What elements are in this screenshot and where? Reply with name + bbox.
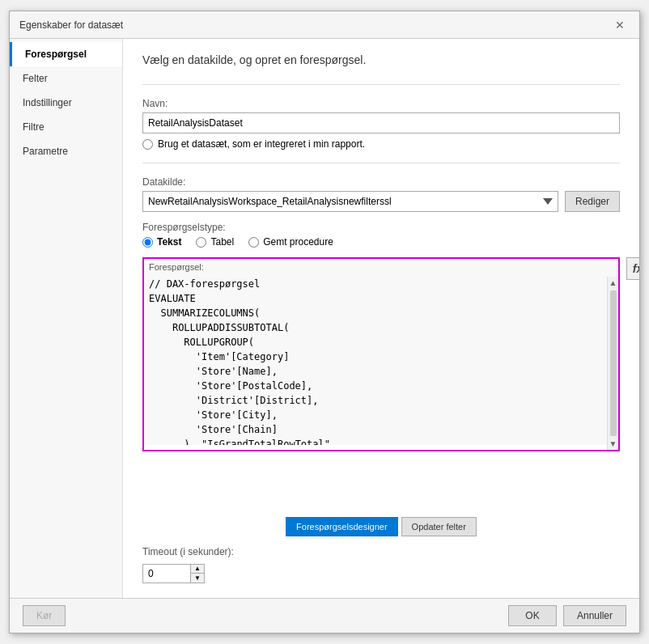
scroll-down-arrow[interactable]: ▼ (608, 438, 619, 450)
update-fields-button[interactable]: Opdater felter (401, 517, 477, 536)
radio-integrated-input[interactable] (142, 139, 153, 150)
sidebar: Forespørgsel Felter Indstillinger Filtre… (10, 39, 123, 598)
separator-2 (142, 163, 620, 163)
sidebar-item-felter[interactable]: Felter (10, 66, 122, 91)
radio-integrated: Brug et datasæt, som er integreret i min… (142, 138, 620, 150)
scroll-thumb[interactable] (610, 290, 617, 436)
edit-datasource-button[interactable]: Rediger (565, 191, 620, 212)
dialog-body: Forespørgsel Felter Indstillinger Filtre… (10, 39, 639, 598)
dialog-titlebar: Egenskaber for datasæt ✕ (10, 11, 639, 39)
dataset-properties-dialog: Egenskaber for datasæt ✕ Forespørgsel Fe… (9, 11, 640, 633)
query-type-gemt[interactable]: Gemt procedure (248, 236, 333, 248)
datasource-section: Datakilde: NewRetailAnalysisWorkspace_Re… (142, 176, 620, 212)
sidebar-item-indstillinger[interactable]: Indstillinger (10, 91, 122, 115)
radio-integrated-label: Brug et datasæt, som er integreret i min… (158, 138, 365, 150)
radio-gemt[interactable] (248, 237, 259, 248)
query-type-tekst[interactable]: Tekst (142, 236, 181, 248)
query-actions: Forespørgselsdesigner Opdater felter (142, 517, 620, 536)
close-button[interactable]: ✕ (610, 18, 630, 32)
fx-button[interactable]: fx (626, 257, 639, 280)
query-editor-textarea[interactable]: // DAX-forespørgsel EVALUATE SUMMARIZECO… (144, 259, 618, 445)
section-title: Vælg en datakilde, og opret en forespørg… (142, 53, 620, 66)
main-content: Vælg en datakilde, og opret en forespørg… (123, 39, 639, 598)
cancel-button[interactable]: Annuller (563, 605, 626, 626)
dialog-title: Egenskaber for datasæt (19, 19, 123, 31)
scrollbar[interactable]: ▲ ▼ (607, 277, 618, 450)
sidebar-item-forespørgsel[interactable]: Forespørgsel (10, 42, 122, 66)
scroll-up-arrow[interactable]: ▲ (608, 277, 619, 289)
radio-tabel[interactable] (196, 237, 206, 248)
query-editor-container: Forespørgsel: // DAX-forespørgsel EVALUA… (142, 257, 620, 509)
datasource-row: NewRetailAnalysisWorkspace_RetailAnalysi… (142, 191, 620, 212)
timeout-section: Timeout (i sekunder): ▲ ▼ (142, 546, 620, 583)
query-type-label: Forespørgselstype: (142, 222, 620, 233)
query-type-tabel[interactable]: Tabel (196, 236, 234, 248)
query-type-row: Tekst Tabel Gemt procedure (142, 236, 620, 248)
query-designer-button[interactable]: Forespørgselsdesigner (286, 517, 398, 536)
name-label: Navn: (142, 98, 620, 109)
name-input[interactable] (142, 112, 620, 133)
separator-1 (142, 84, 620, 85)
timeout-label: Timeout (i sekunder): (142, 546, 620, 557)
timeout-spinner: ▲ ▼ (191, 564, 205, 583)
footer-left-buttons: Kør (23, 605, 502, 626)
sidebar-item-parametre[interactable]: Parametre (10, 139, 122, 163)
run-button[interactable]: Kør (23, 605, 66, 626)
timeout-input[interactable] (142, 564, 191, 583)
sidebar-item-filtre[interactable]: Filtre (10, 115, 122, 139)
query-type-section: Forespørgselstype: Tekst Tabel Gemt proc… (142, 222, 620, 248)
radio-tekst[interactable] (142, 237, 153, 248)
ok-button[interactable]: OK (508, 605, 557, 626)
name-section: Navn: Brug et datasæt, som er integreret… (142, 98, 620, 150)
spinner-up-button[interactable]: ▲ (191, 565, 204, 574)
timeout-input-row: ▲ ▼ (142, 564, 620, 583)
datasource-label: Datakilde: (142, 176, 620, 188)
datasource-select[interactable]: NewRetailAnalysisWorkspace_RetailAnalysi… (142, 191, 558, 212)
dialog-footer: Kør OK Annuller (10, 598, 639, 633)
query-editor-wrapper: Forespørgsel: // DAX-forespørgsel EVALUA… (142, 257, 620, 451)
spinner-down-button[interactable]: ▼ (191, 574, 204, 583)
